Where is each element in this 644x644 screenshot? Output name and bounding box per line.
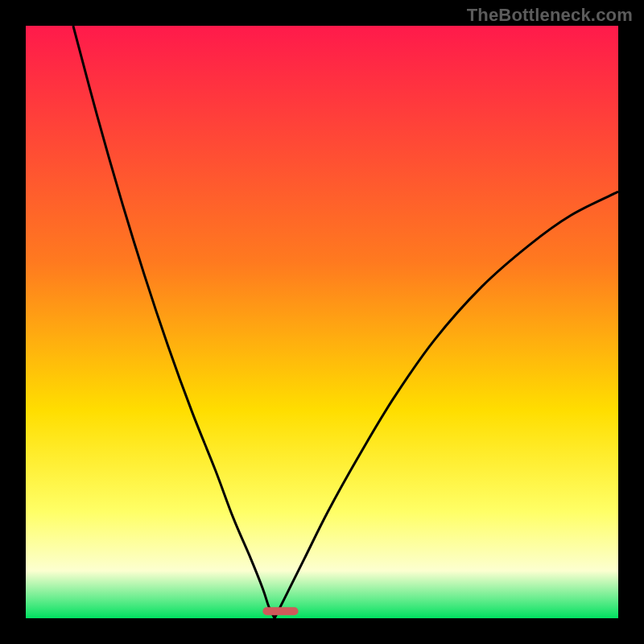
minimum-marker xyxy=(262,607,298,615)
gradient-background xyxy=(26,26,618,618)
watermark-text: TheBottleneck.com xyxy=(467,5,633,26)
chart-root: TheBottleneck.com xyxy=(0,0,644,644)
plot-area xyxy=(26,26,618,618)
plot-svg xyxy=(26,26,618,618)
